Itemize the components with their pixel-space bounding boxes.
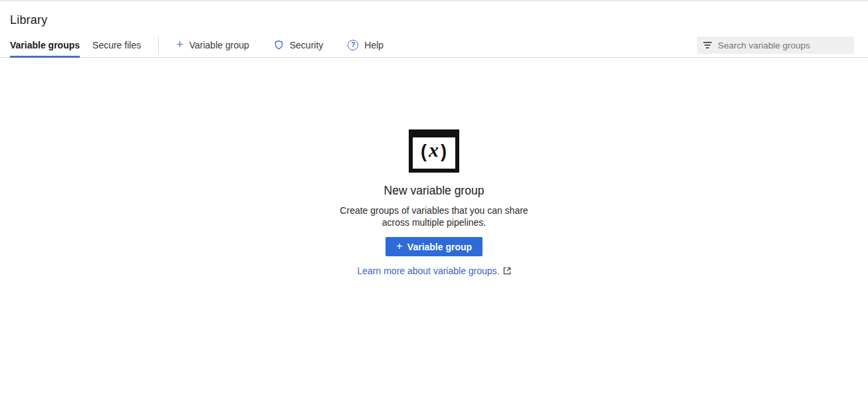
- paren-open: (: [421, 141, 427, 162]
- help-label: Help: [364, 40, 383, 50]
- security-label: Security: [290, 40, 324, 50]
- paren-close: ): [441, 141, 447, 162]
- variable-group-icon-body: ( x ): [413, 137, 455, 165]
- add-variable-group-button[interactable]: + Variable group: [176, 39, 249, 51]
- toolbar: + Variable group Security ? Help: [176, 33, 868, 57]
- tab-toolbar-row: Variable groups Secure files + Variable …: [0, 33, 868, 58]
- description-line-1: Create groups of variables that you can …: [340, 205, 528, 217]
- tab-variable-groups-label: Variable groups: [10, 40, 80, 50]
- filter-icon: [703, 42, 712, 48]
- page-title: Library: [10, 13, 868, 27]
- plus-icon: +: [396, 240, 403, 252]
- shield-icon: [274, 40, 284, 50]
- empty-state-title: New variable group: [384, 184, 485, 198]
- toolbar-divider: [158, 37, 159, 54]
- search-box[interactable]: [697, 37, 854, 54]
- variable-group-icon: ( x ): [409, 129, 459, 173]
- security-button[interactable]: Security: [274, 40, 324, 50]
- learn-more-label: Learn more about variable groups.: [357, 266, 499, 276]
- external-link-icon: [503, 267, 511, 275]
- search-input[interactable]: [718, 40, 848, 50]
- add-variable-group-label: Variable group: [189, 40, 249, 50]
- description-line-2: across multiple pipelines.: [340, 217, 528, 229]
- tab-secure-files-label: Secure files: [92, 40, 141, 50]
- cta-button-label: Variable group: [407, 242, 472, 252]
- help-icon: ?: [348, 40, 358, 50]
- learn-more-link[interactable]: Learn more about variable groups.: [357, 266, 510, 276]
- tab-secure-files[interactable]: Secure files: [92, 33, 141, 57]
- x-glyph: x: [427, 139, 441, 161]
- help-button[interactable]: ? Help: [348, 40, 383, 50]
- empty-state-description: Create groups of variables that you can …: [340, 205, 528, 228]
- variable-group-cta-button[interactable]: + Variable group: [385, 237, 483, 256]
- plus-icon: +: [176, 39, 183, 50]
- empty-state: ( x ) New variable group Create groups o…: [0, 129, 868, 276]
- page-header: Library: [0, 1, 868, 27]
- tab-variable-groups[interactable]: Variable groups: [10, 33, 80, 57]
